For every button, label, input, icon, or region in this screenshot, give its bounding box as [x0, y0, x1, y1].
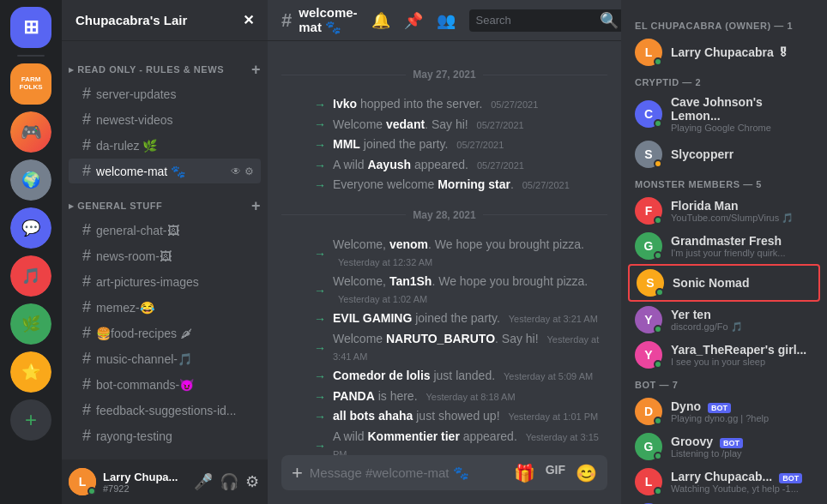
channel-feedback[interactable]: # feedback-suggestions-id...	[69, 398, 261, 423]
member-larry-chupacabra[interactable]: L Larry Chupacabra 🎖	[628, 35, 820, 69]
hash-icon: #	[82, 111, 91, 129]
channel-music[interactable]: # music-channel-🎵	[69, 346, 261, 371]
server-divider	[17, 55, 45, 57]
channel-food-recipes[interactable]: # 🍔food-recipes 🌶	[69, 321, 261, 345]
bell-icon[interactable]: 🔔	[371, 11, 390, 30]
add-server-button[interactable]: +	[10, 399, 51, 441]
pin-icon[interactable]: 📌	[404, 11, 423, 30]
channel-welcome-mat[interactable]: # welcome-mat 🐾 👁 ⚙	[69, 159, 261, 183]
channel-newest-videos[interactable]: # newest-videos	[69, 107, 261, 132]
online-status-dot	[654, 119, 662, 128]
avatar: C	[635, 100, 662, 128]
date-divider-may27: May 27, 2021	[268, 62, 621, 87]
online-status-dot	[654, 251, 662, 260]
message-input-box: + 🎁 GIF 😊	[281, 455, 607, 490]
user-area: L Larry Chupa... #7922 🎤 🎧 ⚙	[62, 459, 268, 504]
system-message: →Welcome, venom. We hope you brought piz…	[268, 235, 621, 272]
add-channel-icon[interactable]: +	[251, 62, 261, 77]
category-general-stuff[interactable]: ▸ GENERAL STUFF +	[62, 184, 268, 217]
hash-icon: #	[82, 324, 91, 342]
member-mee6[interactable]: M MEE6 BOT	[628, 500, 820, 504]
member-larry-bot[interactable]: L Larry Chupacab... BOT Watching Youtube…	[628, 465, 820, 499]
member-groovy[interactable]: G Groovy BOT Listening to /play	[628, 429, 820, 464]
server-icon-2[interactable]: 🎮	[10, 111, 51, 153]
member-yerten[interactable]: Y Yer ten discord.gg/Fo 🎵	[628, 303, 820, 337]
server-icon-4[interactable]: 💬	[10, 207, 51, 249]
channel-memez[interactable]: # memez-😂	[69, 295, 261, 320]
member-info: Yara_TheReaper's girl... I see you in yo…	[671, 343, 813, 367]
server-icon-7[interactable]: ⭐	[10, 351, 51, 393]
settings-icon[interactable]: ⚙	[244, 471, 261, 493]
online-status-dot	[655, 288, 664, 297]
channel-news-room[interactable]: # news-room-🖼	[69, 243, 261, 268]
channel-da-rulez[interactable]: # da-rulez 🌿	[69, 133, 261, 158]
hash-icon: #	[82, 162, 91, 180]
avatar: L	[69, 468, 96, 495]
avatar: G	[635, 433, 662, 460]
user-tag: #7922	[103, 483, 185, 494]
avatar: G	[635, 232, 662, 260]
member-yara-reaper[interactable]: Y Yara_TheReaper's girl... I see you in …	[628, 338, 820, 372]
system-message: →Comedor de lolis just landed. Yesterday…	[268, 366, 621, 387]
member-cave-johnson[interactable]: C Cave Johnson's Lemon... Playing Google…	[628, 92, 820, 136]
category-voice-channels[interactable]: ▸ VOICE CHANNELS 🔥 +	[62, 449, 268, 459]
system-message: →all bots ahaha just showed up! Yesterda…	[268, 406, 621, 427]
avatar: S	[635, 141, 662, 168]
member-info: Larry Chupacab... BOT Watching Youtube, …	[671, 470, 813, 494]
gift-icon[interactable]: 🎁	[514, 463, 535, 483]
server-icon-6[interactable]: 🌿	[10, 303, 51, 345]
server-icon-3[interactable]: 🌍	[10, 159, 51, 201]
hash-icon: #	[281, 9, 292, 32]
channel-bot-commands[interactable]: # bot-commands-😈	[69, 372, 261, 397]
channel-general-chat[interactable]: # general-chat-🖼	[69, 218, 261, 243]
member-info: Slycopperr	[671, 147, 813, 161]
online-status-dot	[654, 487, 662, 495]
hash-icon: #	[82, 298, 91, 316]
system-message: →Everyone welcome Morning star. 05/27/20…	[268, 175, 621, 195]
server-icon-farm-folks[interactable]: FARMFOLKS	[10, 63, 51, 105]
hash-icon: #	[82, 350, 91, 368]
member-info: Larry Chupacabra 🎖	[671, 45, 813, 59]
member-florida-man[interactable]: F Florida Man YouTube.com/SlumpVirus 🎵	[628, 194, 820, 228]
hash-icon: #	[82, 375, 91, 393]
hash-icon: #	[82, 401, 91, 419]
gif-icon[interactable]: GIF	[546, 463, 565, 483]
microphone-icon[interactable]: 🎤	[192, 471, 214, 493]
member-info: Dyno BOT Playing dyno.gg | ?help	[671, 399, 813, 423]
message-input[interactable]	[310, 455, 507, 490]
hash-icon: #	[82, 221, 91, 239]
emoji-icon[interactable]: 😊	[576, 463, 597, 483]
server-header[interactable]: Chupacabra's Lair ✕	[62, 0, 268, 41]
headset-icon[interactable]: 🎧	[218, 471, 240, 493]
add-channel-icon[interactable]: +	[251, 198, 261, 213]
server-name: Chupacabra's Lair	[75, 13, 187, 27]
discord-home-icon[interactable]: ⊞	[10, 7, 51, 48]
main-content: # welcome-mat 🐾 🔔 📌 👥 🔍 📥 ❓ May 27, 2021…	[268, 0, 621, 504]
server-icon-5[interactable]: 🎵	[10, 255, 51, 297]
add-attachment-button[interactable]: +	[292, 462, 303, 484]
category-read-only[interactable]: ▸ READ ONLY - RULES & NEWS +	[62, 48, 268, 81]
avatar: S	[637, 269, 664, 297]
avatar: L	[635, 39, 662, 66]
online-status-dot	[654, 57, 662, 66]
member-grandmaster-fresh[interactable]: G Grandmaster Fresh I'm just your friend…	[628, 229, 820, 263]
system-message: →MML joined the party. 05/27/2021	[268, 135, 621, 155]
channel-art-pictures[interactable]: # art-pictures-images	[69, 269, 261, 294]
member-info: Yer ten discord.gg/Fo 🎵	[671, 308, 813, 333]
member-category-monster: MONSTER MEMBERS — 5	[628, 172, 820, 193]
date-divider-may28: May 28, 2021	[268, 202, 621, 228]
channel-server-updates[interactable]: # server-updates	[69, 81, 261, 106]
member-info: Groovy BOT Listening to /play	[671, 435, 813, 459]
search-input[interactable]	[476, 14, 596, 27]
online-status-dot	[88, 487, 96, 495]
avatar: Y	[635, 341, 662, 369]
members-icon[interactable]: 👥	[437, 11, 456, 30]
member-slycopperr[interactable]: S Slycopperr	[628, 137, 820, 171]
system-message: →A wild Kommentier tier appeared. Yester…	[268, 427, 621, 455]
avatar: F	[635, 197, 662, 225]
avatar: Y	[635, 306, 662, 333]
channel-rayong[interactable]: # rayong-testing	[69, 423, 261, 448]
member-dyno[interactable]: D Dyno BOT Playing dyno.gg | ?help	[628, 394, 820, 429]
search-box[interactable]: 🔍	[469, 9, 621, 32]
member-sonic-nomad[interactable]: S Sonic Nomad	[628, 264, 820, 302]
